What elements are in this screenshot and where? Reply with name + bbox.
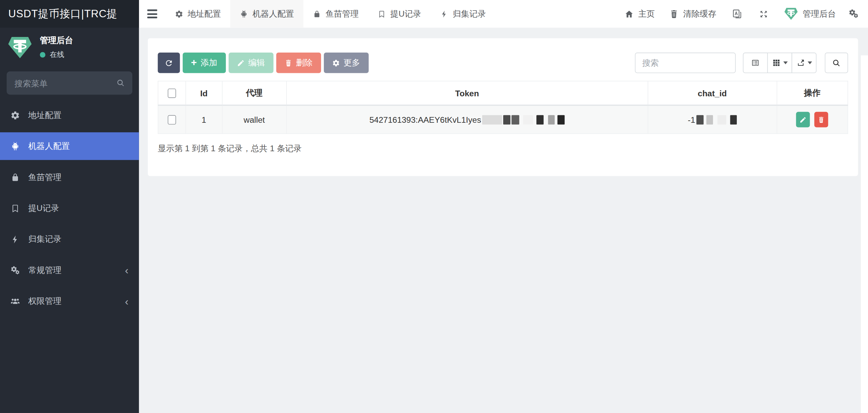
edit-label: 编辑 xyxy=(248,58,265,68)
row-agent-cell: wallet xyxy=(222,105,286,134)
tab-withdraw-records[interactable]: 提U记录 xyxy=(368,0,431,28)
pencil-icon xyxy=(237,59,244,67)
sidebar-item-label: 权限管理 xyxy=(28,296,61,307)
sidebar: USDT提币接口|TRC提 管理后台 在线 地址配置 机器人 xyxy=(0,0,139,413)
tab-robot-config[interactable]: 机器人配置 xyxy=(230,0,303,28)
delete-label: 删除 xyxy=(296,58,313,68)
delete-button[interactable]: 删除 xyxy=(276,53,321,73)
row-checkbox[interactable] xyxy=(168,115,176,125)
robot-table: Id 代理 Token chat_id 操作 1 wallet xyxy=(158,81,848,134)
tab-collection-records[interactable]: 归集记录 xyxy=(431,0,495,28)
app-title-text: USDT提币接口|TRC提 xyxy=(8,7,117,21)
sidebar-item-withdraw-records[interactable]: 提U记录 xyxy=(0,194,139,222)
table-toolbar: + 添加 编辑 删除 更多 xyxy=(158,53,848,73)
robot-icon xyxy=(11,141,20,151)
tab-label: 提U记录 xyxy=(390,8,421,19)
sidebar-item-label: 归集记录 xyxy=(28,234,61,244)
clear-cache-button[interactable]: 清除缓存 xyxy=(662,0,724,28)
sidebar-search-input[interactable] xyxy=(7,72,133,95)
bookmark-icon xyxy=(377,10,386,18)
language-icon xyxy=(732,8,742,19)
tab-address-config[interactable]: 地址配置 xyxy=(165,0,230,28)
sidebar-item-label: 常规管理 xyxy=(28,265,61,275)
trash-icon xyxy=(818,116,825,123)
sidebar-item-collection-records[interactable]: 归集记录 xyxy=(0,225,139,253)
select-all-header xyxy=(158,81,185,105)
redacted-blocks xyxy=(481,115,565,124)
robot-icon xyxy=(240,10,248,18)
add-label: 添加 xyxy=(201,58,217,68)
tab-label: 地址配置 xyxy=(188,8,221,19)
sidebar-toggle-button[interactable] xyxy=(139,7,165,20)
language-button[interactable] xyxy=(724,0,751,28)
tab-label: 归集记录 xyxy=(453,8,486,19)
bolt-icon xyxy=(11,234,20,244)
lock-icon xyxy=(11,173,20,182)
tab-label: 鱼苗管理 xyxy=(326,8,359,19)
refresh-button[interactable] xyxy=(158,53,180,73)
gear-icon xyxy=(11,111,20,120)
column-header-id[interactable]: Id xyxy=(185,81,222,105)
redacted-blocks xyxy=(695,115,736,124)
row-chat-id-cell: -1 xyxy=(648,105,776,134)
record-summary: 显示第 1 到第 1 条记录，总共 1 条记录 xyxy=(158,143,848,154)
admin-user-menu[interactable]: 管理后台 xyxy=(777,0,843,28)
home-button[interactable]: 主页 xyxy=(617,0,662,28)
columns-dropdown-button[interactable] xyxy=(767,53,792,73)
search-button[interactable] xyxy=(825,53,848,73)
chevron-left-icon: ‹ xyxy=(125,265,128,275)
column-header-token[interactable]: Token xyxy=(286,81,648,105)
table-search-area xyxy=(635,53,848,73)
cogs-icon xyxy=(849,9,859,19)
sidebar-search xyxy=(7,72,133,95)
add-button[interactable]: + 添加 xyxy=(183,53,226,73)
edit-button[interactable]: 编辑 xyxy=(228,53,273,73)
row-select-cell xyxy=(158,105,185,134)
search-icon xyxy=(116,79,125,87)
tether-logo-icon xyxy=(7,35,33,60)
row-token-cell: 5427161393:AAEY6tKvL1Iyes xyxy=(286,105,648,134)
sidebar-item-fry-management[interactable]: 鱼苗管理 xyxy=(0,163,139,191)
column-header-agent[interactable]: 代理 xyxy=(222,81,286,105)
caret-down-icon xyxy=(783,61,787,64)
sidebar-item-robot-config[interactable]: 机器人配置 xyxy=(0,132,139,160)
users-icon xyxy=(11,296,20,306)
column-header-chat-id[interactable]: chat_id xyxy=(648,81,776,105)
more-button[interactable]: 更多 xyxy=(323,53,368,73)
bookmark-icon xyxy=(11,203,20,213)
gear-icon xyxy=(332,59,340,67)
home-label: 主页 xyxy=(638,8,655,19)
view-button-group xyxy=(743,53,816,73)
sidebar-item-address-config[interactable]: 地址配置 xyxy=(0,101,139,129)
row-delete-button[interactable] xyxy=(814,112,828,127)
grid-columns-icon xyxy=(772,59,780,67)
app-root: USDT提币接口|TRC提 管理后台 在线 地址配置 机器人 xyxy=(0,0,868,413)
tab-fry-management[interactable]: 鱼苗管理 xyxy=(303,0,368,28)
sidebar-item-label: 地址配置 xyxy=(28,110,61,120)
home-icon xyxy=(625,9,634,19)
select-all-checkbox[interactable] xyxy=(168,89,176,98)
more-label: 更多 xyxy=(343,58,360,68)
fullscreen-button[interactable] xyxy=(751,0,777,28)
table-header-row: Id 代理 Token chat_id 操作 xyxy=(158,81,848,105)
toggle-view-button[interactable] xyxy=(743,53,768,73)
bolt-icon xyxy=(440,10,448,18)
export-dropdown-button[interactable] xyxy=(792,53,816,73)
pencil-icon xyxy=(800,116,807,123)
trash-icon xyxy=(284,59,292,67)
token-visible-text: 5427161393:AAEY6tKvL1Iyes xyxy=(369,115,481,124)
table-row: 1 wallet 5427161393:AAEY6tKvL1Iyes -1 xyxy=(158,105,848,134)
scrollbar-track[interactable] xyxy=(861,55,868,413)
row-actions-cell xyxy=(777,105,848,134)
refresh-icon xyxy=(164,58,173,67)
clear-cache-label: 清除缓存 xyxy=(683,8,716,19)
settings-button[interactable] xyxy=(843,0,868,28)
row-edit-button[interactable] xyxy=(796,112,810,127)
tab-label: 机器人配置 xyxy=(252,8,294,19)
main-content: + 添加 编辑 删除 更多 xyxy=(139,28,868,413)
table-search-input[interactable] xyxy=(635,53,736,73)
gear-icon xyxy=(175,10,183,18)
user-name: 管理后台 xyxy=(40,35,73,46)
sidebar-item-permission-management[interactable]: 权限管理 ‹ xyxy=(0,287,139,315)
sidebar-item-general-management[interactable]: 常规管理 ‹ xyxy=(0,256,139,284)
